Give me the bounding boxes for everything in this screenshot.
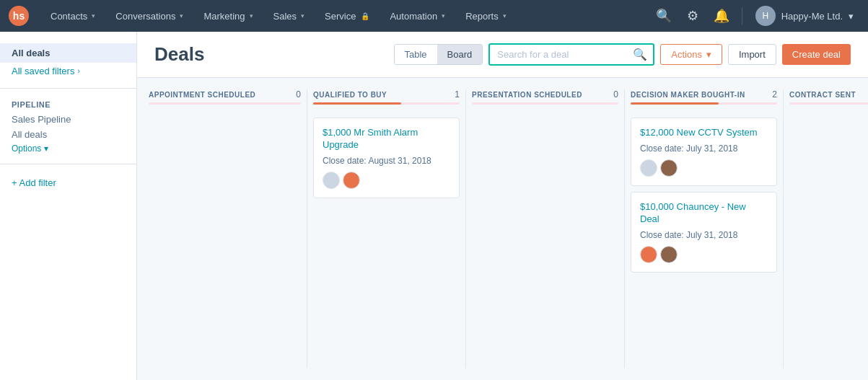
deal-close-date: Close date: July 31, 2018	[640, 143, 768, 154]
sidebar-all-deals[interactable]: All deals	[0, 127, 136, 142]
col-cards: $12,000 New CCTV SystemClose date: July …	[631, 118, 777, 368]
col-cards	[149, 118, 301, 368]
sidebar-section-pipeline: Pipeline Sales Pipeline All deals Option…	[0, 97, 136, 155]
chevron-right-icon: ›	[77, 67, 79, 75]
deal-avatars	[640, 246, 768, 263]
sidebar-saved-filters-link[interactable]: All saved filters ›	[0, 63, 136, 79]
col-title: DECISION MAKER BOUGHT-IN	[631, 91, 745, 99]
hubspot-logo[interactable]: hs	[9, 6, 29, 26]
chevron-down-icon: ▾	[301, 12, 304, 19]
col-title: QUALIFIED TO BUY	[313, 91, 387, 99]
col-title: APPOINTMENT SCHEDULED	[149, 91, 255, 99]
col-cards	[472, 118, 618, 368]
avatar	[660, 246, 678, 263]
deal-title: $1,000 Mr Smith Alarm Upgrade	[323, 127, 450, 151]
nav-right: 🔍 ⚙ 🔔 H Happy-Me Ltd. ▾	[651, 0, 859, 32]
sidebar-divider	[0, 88, 136, 89]
col-count: 0	[296, 89, 301, 100]
nav-automation[interactable]: Automation ▾	[380, 0, 455, 32]
avatar	[660, 159, 678, 177]
avatar	[640, 246, 657, 263]
col-header-contract-sent: CONTRACT SENT0	[789, 89, 868, 118]
header-actions: Table Board 🔍 Actions ▾ Import Create de…	[394, 43, 851, 66]
content-area: Deals Table Board 🔍 Actions ▾ Import Cre…	[137, 32, 868, 380]
avatar: H	[755, 6, 776, 26]
sidebar-pipeline-label: Pipeline	[0, 97, 136, 112]
nav-sales[interactable]: Sales ▾	[263, 0, 315, 32]
sidebar-divider-2	[0, 164, 136, 164]
search-input[interactable]	[490, 45, 626, 64]
col-cards: $1,000 Mr Smith Alarm UpgradeClose date:…	[313, 118, 460, 368]
page-title: Deals	[154, 43, 204, 66]
deal-card[interactable]: $12,000 New CCTV SystemClose date: July …	[631, 118, 777, 186]
kanban-column-appointment-scheduled: APPOINTMENT SCHEDULED0	[149, 89, 307, 368]
add-filter-button[interactable]: + Add filter	[0, 173, 136, 193]
deal-avatars	[323, 172, 450, 189]
col-count: 0	[613, 89, 618, 100]
sidebar: All deals All saved filters › Pipeline S…	[0, 32, 137, 380]
col-count: 2	[772, 89, 777, 100]
col-cards	[789, 118, 868, 368]
col-header-presentation-scheduled: PRESENTATION SCHEDULED0	[472, 89, 618, 118]
account-menu[interactable]: H Happy-Me Ltd. ▾	[750, 0, 859, 32]
deal-close-date: Close date: August 31, 2018	[323, 156, 450, 166]
search-button[interactable]: 🔍	[626, 48, 654, 61]
kanban-column-presentation-scheduled: PRESENTATION SCHEDULED0	[466, 89, 625, 368]
chevron-down-icon: ▾	[849, 11, 854, 22]
deal-card[interactable]: $10,000 Chauncey - New DealClose date: J…	[631, 192, 777, 273]
actions-button[interactable]: Actions ▾	[660, 44, 722, 65]
deal-card[interactable]: $1,000 Mr Smith Alarm UpgradeClose date:…	[313, 118, 460, 198]
col-count: 1	[455, 89, 460, 100]
nav-marketing[interactable]: Marketing ▾	[193, 0, 263, 32]
svg-text:hs: hs	[13, 10, 25, 22]
avatar	[343, 172, 360, 189]
table-view-button[interactable]: Table	[395, 45, 437, 64]
top-navigation: hs Contacts ▾ Conversations ▾ Marketing …	[0, 0, 868, 32]
board-view-button[interactable]: Board	[437, 45, 483, 64]
sidebar-pipeline-name[interactable]: Sales Pipeline	[0, 112, 136, 127]
page-header: Deals Table Board 🔍 Actions ▾ Import Cre…	[137, 32, 868, 78]
deal-close-date: Close date: July 31, 2018	[640, 230, 768, 240]
settings-icon-btn[interactable]: ⚙	[680, 3, 706, 29]
col-header-appointment-scheduled: APPOINTMENT SCHEDULED0	[149, 89, 301, 118]
kanban-column-decision-maker-bought-in: DECISION MAKER BOUGHT-IN2$12,000 New CCT…	[625, 89, 784, 368]
avatar	[640, 159, 657, 177]
sidebar-section-deals: All deals All saved filters ›	[0, 43, 136, 79]
kanban-board: APPOINTMENT SCHEDULED0QUALIFIED TO BUY1$…	[149, 89, 868, 368]
nav-reports[interactable]: Reports ▾	[455, 0, 517, 32]
nav-service[interactable]: Service 🔒	[315, 0, 380, 32]
col-header-qualified-to-buy: QUALIFIED TO BUY1	[313, 89, 460, 118]
chevron-down-icon: ▾	[44, 143, 48, 154]
col-title: CONTRACT SENT	[789, 91, 856, 99]
notifications-icon-btn[interactable]: 🔔	[709, 3, 735, 29]
nav-contacts[interactable]: Contacts ▾	[40, 0, 105, 32]
nav-items: Contacts ▾ Conversations ▾ Marketing ▾ S…	[40, 0, 651, 32]
chevron-down-icon: ▾	[442, 12, 445, 19]
create-deal-button[interactable]: Create deal	[782, 44, 851, 65]
kanban-board-area: APPOINTMENT SCHEDULED0QUALIFIED TO BUY1$…	[137, 78, 868, 380]
main-wrapper: All deals All saved filters › Pipeline S…	[0, 32, 868, 380]
sidebar-item-all-deals[interactable]: All deals	[0, 43, 136, 63]
nav-conversations[interactable]: Conversations ▾	[105, 0, 193, 32]
nav-divider	[742, 7, 742, 25]
avatar	[323, 172, 340, 189]
col-header-decision-maker-bought-in: DECISION MAKER BOUGHT-IN2	[631, 89, 777, 118]
chevron-down-icon: ▾	[180, 12, 183, 19]
search-icon-btn[interactable]: 🔍	[651, 3, 677, 29]
deal-title: $10,000 Chauncey - New Deal	[640, 201, 768, 226]
chevron-down-icon: ▾	[706, 49, 711, 60]
search-box: 🔍	[488, 43, 654, 66]
kanban-column-qualified-to-buy: QUALIFIED TO BUY1$1,000 Mr Smith Alarm U…	[307, 89, 466, 368]
chevron-down-icon: ▾	[503, 12, 507, 19]
lock-icon: 🔒	[361, 12, 369, 20]
import-button[interactable]: Import	[728, 44, 776, 65]
chevron-down-icon: ▾	[250, 12, 253, 19]
view-toggle: Table Board	[394, 44, 483, 65]
col-title: PRESENTATION SCHEDULED	[472, 91, 582, 99]
chevron-down-icon: ▾	[92, 12, 95, 19]
sidebar-options[interactable]: Options ▾	[0, 142, 136, 155]
deal-title: $12,000 New CCTV System	[640, 127, 768, 139]
kanban-column-contract-sent: CONTRACT SENT0	[784, 89, 868, 368]
deal-avatars	[640, 159, 768, 177]
